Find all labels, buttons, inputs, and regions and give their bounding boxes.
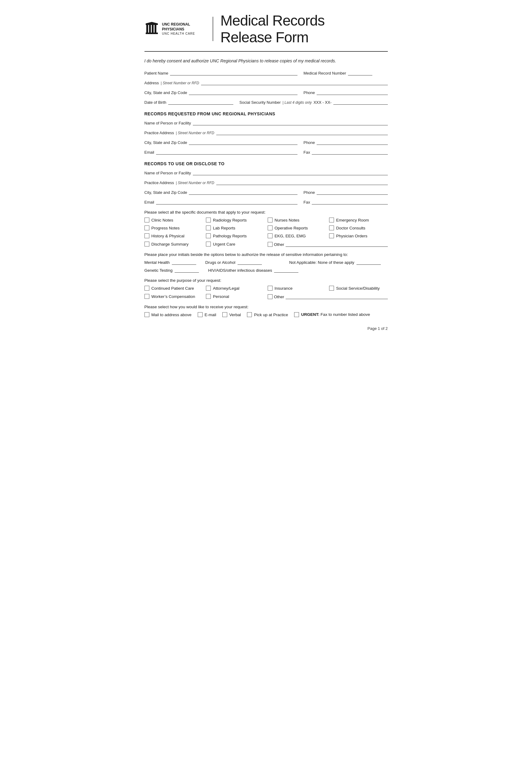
to-facility-line (193, 170, 388, 175)
checkbox-insurance[interactable]: Insurance (268, 286, 326, 291)
checkbox-nurses-notes[interactable]: Nurses Notes (268, 218, 326, 223)
checkbox-box-clinic-notes[interactable] (144, 218, 149, 223)
org-name-line2: PHYSICIANS (162, 27, 195, 32)
checkbox-box-operative-reports[interactable] (268, 226, 273, 230)
checkbox-doctor-consults[interactable]: Doctor Consults (329, 226, 388, 230)
checkbox-email[interactable]: E-mail (198, 312, 216, 317)
from-practice-label: Practice Address (144, 130, 174, 135)
checkbox-pickup[interactable]: Pick up at Practice (247, 312, 288, 317)
to-practice-line (216, 180, 388, 185)
from-city-group: City, State and Zip Code (144, 139, 297, 145)
city-phone-row: City, State and Zip Code Phone (144, 89, 388, 95)
checkbox-box-emergency-room[interactable] (329, 218, 334, 223)
checkbox-label-discharge-summary: Discharge Summary (151, 242, 189, 246)
checkbox-clinic-notes[interactable]: Clinic Notes (144, 218, 203, 223)
checkbox-box-history-physical[interactable] (144, 233, 149, 238)
checkbox-label-attorney-legal: Attorney/Legal (213, 286, 240, 291)
checkbox-box-attorney-legal[interactable] (206, 286, 211, 291)
checkbox-box-social-service[interactable] (329, 286, 334, 291)
checkbox-label-operative-reports: Operative Reports (275, 226, 308, 230)
checkbox-box-lab-reports[interactable] (206, 226, 211, 230)
checkbox-operative-reports[interactable]: Operative Reports (268, 226, 326, 230)
checkbox-box-doctor-consults[interactable] (329, 226, 334, 230)
checkbox-box-physician-orders[interactable] (329, 233, 334, 238)
to-email-label: Email (144, 200, 154, 204)
checkbox-box-pathology-reports[interactable] (206, 233, 211, 238)
checkbox-label-emergency-room: Emergency Room (336, 218, 369, 223)
from-phone-group: Phone (304, 139, 388, 145)
checkbox-box-progress-notes[interactable] (144, 226, 149, 230)
checkbox-box-email[interactable] (198, 312, 203, 317)
checkbox-urgent-care[interactable]: Urgent Care (206, 241, 265, 247)
checkbox-box-radiology-reports[interactable] (206, 218, 211, 223)
checkbox-label-nurses-notes: Nurses Notes (275, 218, 300, 223)
checkbox-ekg-eeg-emg[interactable]: EKG, EEG, EMG (268, 233, 326, 238)
checkbox-other-purpose[interactable]: Other (268, 294, 388, 299)
patient-name-group: Patient Name (144, 70, 297, 75)
checkbox-box-personal[interactable] (206, 294, 211, 299)
svg-marker-6 (146, 22, 158, 23)
checkbox-label-verbal: Verbal (229, 312, 241, 317)
checkbox-other-documents[interactable]: Other (268, 241, 388, 247)
svg-rect-0 (146, 33, 158, 34)
checkbox-discharge-summary[interactable]: Discharge Summary (144, 241, 203, 247)
page-number: Page 1 of 2 (144, 326, 388, 331)
checkbox-label-personal: Personal (213, 294, 229, 299)
checkbox-emergency-room[interactable]: Emergency Room (329, 218, 388, 223)
checkbox-box-other-purpose[interactable] (268, 294, 273, 299)
ssn-sublabel: | Last 4 digits only (282, 101, 312, 105)
checkbox-box-urgent[interactable] (294, 312, 299, 317)
ssn-prefix: XXX - XX- (314, 100, 332, 105)
purpose-label: Please select the purpose of your reques… (144, 278, 388, 283)
to-practice-row: Practice Address | Street Number or RFD (144, 180, 388, 185)
checkbox-label-insurance: Insurance (275, 286, 292, 291)
checkbox-continued-care[interactable]: Continued Patient Care (144, 286, 203, 291)
ssn-label: Social Security Number (240, 100, 281, 105)
checkbox-lab-reports[interactable]: Lab Reports (206, 226, 265, 230)
checkbox-box-discharge-summary[interactable] (144, 242, 149, 246)
checkbox-progress-notes[interactable]: Progress Notes (144, 226, 203, 230)
checkbox-label-urgent-care: Urgent Care (213, 242, 236, 246)
city-label: City, State and Zip Code (144, 91, 187, 95)
checkbox-mail[interactable]: Mail to address above (144, 312, 192, 317)
to-facility-row: Name of Person or Facility (144, 170, 388, 175)
from-city-line (189, 139, 297, 145)
checkbox-urgent[interactable]: URGENT: Fax to number listed above (294, 312, 370, 317)
checkbox-label-mail: Mail to address above (151, 312, 192, 317)
checkbox-box-workers-comp[interactable] (144, 294, 149, 299)
form-title: Medical Records Release Form (220, 12, 325, 46)
checkbox-box-verbal[interactable] (222, 312, 227, 317)
header-divider (213, 17, 213, 41)
checkbox-box-ekg-eeg-emg[interactable] (268, 233, 273, 238)
from-city-phone-row: City, State and Zip Code Phone (144, 139, 388, 145)
checkbox-verbal[interactable]: Verbal (222, 312, 241, 317)
checkbox-box-pickup[interactable] (247, 312, 252, 317)
checkbox-box-continued-care[interactable] (144, 286, 149, 291)
purpose-grid: Continued Patient Care Attorney/Legal In… (144, 286, 388, 299)
checkbox-workers-comp[interactable]: Worker’s Compensation (144, 294, 203, 299)
checkbox-box-mail[interactable] (144, 312, 149, 317)
checkbox-physician-orders[interactable]: Physician Orders (329, 233, 388, 238)
checkbox-box-insurance[interactable] (268, 286, 273, 291)
initials-hiv-aids: HIV/AIDS/other infectious diseases (208, 268, 298, 273)
checkbox-label-workers-comp: Worker’s Compensation (151, 294, 195, 299)
checkbox-label-radiology-reports: Radiology Reports (213, 218, 247, 223)
patient-name-line (170, 70, 297, 75)
receive-row: Mail to address above E-mail Verbal Pick… (144, 312, 388, 317)
other-documents-line (286, 241, 388, 247)
other-purpose-line (286, 294, 388, 299)
logo-text-block: UNC REGIONAL PHYSICIANS UNC HEALTH CARE (162, 22, 195, 36)
checkbox-attorney-legal[interactable]: Attorney/Legal (206, 286, 265, 291)
sensitive-row1: Mental Health Drugs or Alcohol Not Appli… (144, 260, 388, 265)
checkbox-box-other-documents[interactable] (268, 242, 273, 247)
to-facility-group: Name of Person or Facility (144, 170, 388, 175)
not-applicable-line (356, 260, 381, 265)
to-email-fax-row: Email Fax (144, 199, 388, 204)
checkbox-pathology-reports[interactable]: Pathology Reports (206, 233, 265, 238)
checkbox-social-service[interactable]: Social Service/Disability (329, 286, 388, 291)
checkbox-personal[interactable]: Personal (206, 294, 265, 299)
checkbox-box-urgent-care[interactable] (206, 242, 211, 246)
checkbox-history-physical[interactable]: History & Physical (144, 233, 203, 238)
checkbox-radiology-reports[interactable]: Radiology Reports (206, 218, 265, 223)
checkbox-box-nurses-notes[interactable] (268, 218, 273, 223)
